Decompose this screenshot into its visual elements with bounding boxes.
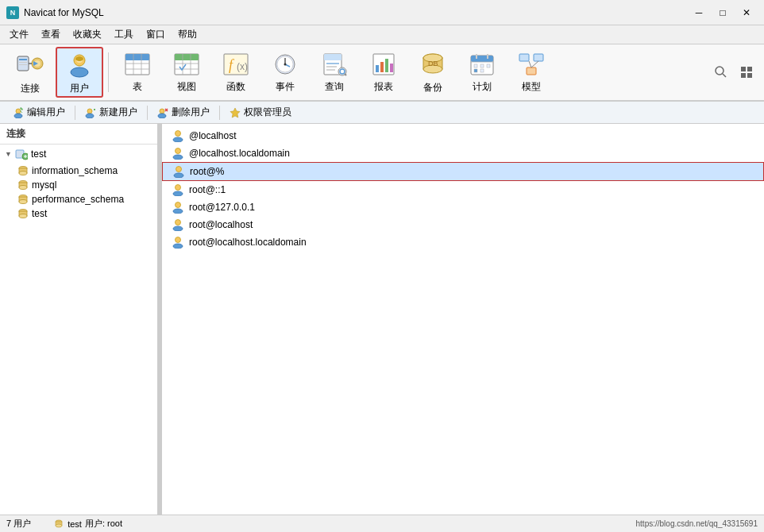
svg-point-98 (19, 214, 27, 218)
tree-expand-icon: ▼ (5, 150, 12, 158)
menu-help[interactable]: 帮助 (172, 26, 203, 43)
toolbar-backup-button[interactable]: DB 备份 (409, 47, 457, 98)
toolbar-event-button[interactable]: 事件 (261, 47, 309, 98)
connection-icon (15, 148, 28, 160)
svg-rect-44 (390, 64, 393, 72)
toolbar-report-button[interactable]: 报表 (360, 47, 407, 98)
main-content: 连接 ▼ test information_schema (0, 124, 764, 515)
user-person-icon-4 (172, 183, 184, 196)
toolbar-query-label: 查询 (325, 80, 344, 94)
minimize-button[interactable]: ─ (688, 4, 710, 21)
menu-tools[interactable]: 工具 (108, 26, 140, 43)
svg-rect-68 (747, 67, 752, 71)
sidebar-db-information-schema[interactable]: information_schema (0, 164, 157, 178)
svg-point-105 (176, 185, 181, 191)
view-icon (172, 51, 201, 77)
svg-rect-51 (471, 56, 493, 62)
manage-privileges-label: 权限管理员 (244, 106, 291, 119)
toolbar-query-button[interactable]: 查询 (311, 47, 358, 98)
svg-point-92 (19, 186, 27, 190)
menu-favorites[interactable]: 收藏夹 (67, 26, 108, 43)
manage-privileges-button[interactable]: 权限管理员 (223, 104, 298, 121)
sidebar-db-test[interactable]: test (0, 206, 157, 221)
maximize-button[interactable]: □ (712, 4, 734, 21)
user-person-icon-5 (172, 201, 184, 214)
close-button[interactable]: ✕ (735, 4, 758, 21)
svg-rect-62 (527, 67, 536, 75)
edit-icon (13, 107, 24, 118)
svg-point-112 (173, 244, 183, 249)
toolbar-search-button[interactable] (710, 61, 732, 83)
svg-text:(x): (x) (237, 61, 248, 72)
svg-rect-42 (380, 62, 384, 72)
svg-rect-0 (17, 56, 29, 71)
user-item-localhost[interactable]: @localhost (162, 127, 764, 145)
toolbar-function-button[interactable]: f (x) 函数 (212, 47, 260, 98)
title-bar: N Navicat for MySQL ─ □ ✕ (0, 0, 764, 25)
svg-point-76 (86, 114, 94, 118)
status-bar: 7 用户 test 用户: root https://blog.csdn.net… (0, 515, 764, 532)
user-name-7: root@localhost.localdomain (189, 237, 307, 248)
toolbar-grid-button[interactable] (735, 61, 758, 83)
svg-point-75 (87, 109, 92, 114)
sidebar-db-performance-schema[interactable]: performance_schema (0, 192, 157, 206)
svg-rect-3 (19, 64, 27, 65)
database-icon-1 (17, 165, 29, 176)
svg-point-104 (174, 173, 183, 178)
action-bar: 编辑用户 新建用户 删除用户 权限管理员 (0, 102, 764, 124)
edit-user-button[interactable]: 编辑用户 (6, 104, 71, 121)
user-item-root-localhost[interactable]: root@localhost (162, 216, 764, 233)
toolbar-connect-button[interactable]: 连接 (6, 47, 54, 98)
svg-rect-67 (741, 67, 746, 71)
svg-point-109 (176, 220, 181, 226)
delete-user-label: 删除用户 (172, 106, 210, 119)
database-icon-4 (17, 208, 29, 219)
user-item-root-percent[interactable]: root@% (162, 162, 764, 181)
svg-rect-1 (19, 59, 27, 60)
menu-window[interactable]: 窗口 (140, 26, 172, 43)
toolbar-separator-1 (108, 52, 109, 92)
sidebar-connection-test[interactable]: ▼ test (0, 145, 157, 164)
toolbar-model-button[interactable]: 模型 (507, 47, 555, 98)
event-icon (271, 51, 299, 77)
svg-point-71 (16, 109, 21, 114)
menu-view[interactable]: 查看 (35, 26, 67, 43)
user-person-icon-2 (172, 147, 184, 160)
status-left: 7 用户 test 用户: root (6, 518, 122, 530)
app-icon: N (6, 6, 19, 19)
svg-point-102 (173, 155, 183, 160)
new-user-button[interactable]: 新建用户 (79, 104, 144, 121)
new-user-label: 新建用户 (99, 106, 137, 119)
toolbar-schedule-button[interactable]: 计划 (458, 47, 506, 98)
menu-file[interactable]: 文件 (3, 26, 35, 43)
svg-rect-69 (741, 73, 746, 78)
sidebar-db-mysql[interactable]: mysql (0, 178, 157, 192)
schedule-icon (468, 51, 496, 77)
svg-rect-19 (175, 54, 199, 60)
toolbar-event-label: 事件 (276, 80, 295, 94)
status-url: https://blog.csdn.net/qq_43315691 (636, 519, 758, 528)
user-item-root-ipv6[interactable]: root@::1 (162, 181, 764, 199)
user-item-root-127[interactable]: root@127.0.0.1 (162, 199, 764, 216)
status-connection-name: test (68, 519, 82, 529)
action-separator-2 (147, 106, 148, 120)
delete-user-button[interactable]: 删除用户 (151, 104, 216, 121)
privileges-icon (230, 107, 241, 118)
svg-point-110 (173, 226, 183, 231)
user-item-localhost-localdomain[interactable]: @localhost.localdomain (162, 145, 764, 162)
svg-point-100 (173, 137, 183, 142)
user-name-4: root@::1 (189, 184, 226, 195)
toolbar: 连接 用户 表 (0, 44, 764, 102)
sidebar-db-mysql-label: mysql (32, 179, 56, 191)
toolbar-table-button[interactable]: 表 (114, 47, 161, 98)
svg-point-9 (71, 67, 88, 77)
toolbar-view-button[interactable]: 视图 (163, 47, 210, 98)
user-person-icon-1 (172, 129, 184, 142)
svg-point-108 (173, 209, 183, 214)
user-name-3: root@% (190, 166, 225, 177)
svg-rect-58 (474, 69, 477, 72)
user-item-root-localhost-localdomain[interactable]: root@localhost.localdomain (162, 233, 764, 251)
menu-bar: 文件 查看 收藏夹 工具 窗口 帮助 (0, 25, 764, 44)
toolbar-user-button[interactable]: 用户 (56, 47, 103, 98)
sidebar-db-performance-label: performance_schema (32, 194, 124, 205)
